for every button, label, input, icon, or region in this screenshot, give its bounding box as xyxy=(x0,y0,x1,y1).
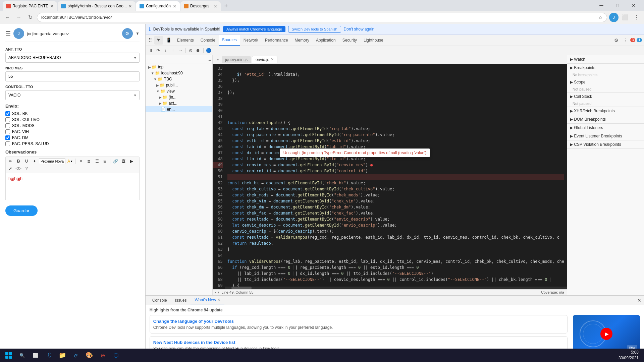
tab-memory[interactable]: Memory xyxy=(291,35,313,45)
editor-area[interactable]: hgjhgjh xyxy=(5,173,140,200)
tab-performance[interactable]: Performance xyxy=(262,35,291,45)
editor-image-btn[interactable]: 🖼 xyxy=(120,158,127,165)
notif-switch-btn[interactable]: Switch DevTools to Spanish xyxy=(288,26,341,33)
extensions-icon[interactable]: ⬜ xyxy=(621,13,630,22)
tab-security[interactable]: Security xyxy=(339,35,360,45)
tab-elements[interactable]: Elements xyxy=(174,35,197,45)
nav-forward[interactable]: → xyxy=(14,13,23,22)
profile-icon[interactable]: J xyxy=(609,13,619,22)
tree-item-act[interactable]: ▶ 📁 act... xyxy=(146,100,212,106)
editor-bold-btn[interactable]: B xyxy=(15,158,22,165)
new-tab-button[interactable]: + xyxy=(221,1,231,11)
tree-item-in[interactable]: ▶ 📁 (in... xyxy=(146,94,212,100)
youtube-thumbnail[interactable]: ▶ new xyxy=(573,315,640,353)
tab-lighthouse[interactable]: Lighthouse xyxy=(360,35,387,45)
dt-step-btn[interactable]: → xyxy=(177,47,184,54)
tab-close-2[interactable]: ✕ xyxy=(128,4,132,9)
nro-mes-input[interactable] xyxy=(5,71,140,81)
control-tto-select[interactable]: VACIO xyxy=(5,90,140,100)
card-link-2[interactable]: New Nest Hub devices in the Device list xyxy=(153,340,564,345)
checkbox-sol-mods[interactable]: SOL. MODS xyxy=(5,123,140,128)
notif-dismiss-link[interactable]: Don't show again xyxy=(344,27,375,32)
dropdown-icon[interactable]: ▼ xyxy=(136,31,140,36)
event-listener-header[interactable]: ▶ Event Listener Breakpoints xyxy=(567,132,644,140)
editor-help-btn[interactable]: ? xyxy=(23,165,30,172)
browser-window-minimize[interactable]: ─ xyxy=(594,0,609,11)
ant-tto-select-wrapper[interactable]: ABANDONO RECUPERADO ▼ xyxy=(5,53,140,63)
dt-settings-icon[interactable]: ⚙ xyxy=(612,36,621,45)
global-header[interactable]: ▶ Global Listeners xyxy=(567,124,644,132)
editor-format-btn[interactable]: ✏ xyxy=(7,158,14,165)
tab-close-4[interactable]: ✕ xyxy=(214,4,217,9)
taskbar-paint-icon[interactable]: 🎨 xyxy=(83,349,95,361)
file-tree-collapse-icon[interactable]: ≡ xyxy=(208,57,211,62)
tab-application[interactable]: Application xyxy=(313,35,339,45)
devtools-device-icon[interactable]: 📱 xyxy=(164,36,173,45)
tab-close-3[interactable]: ✕ xyxy=(173,4,176,9)
tab-console[interactable]: Console xyxy=(197,35,219,45)
csp-header[interactable]: ▶ CSP Violation Breakpoints xyxy=(567,140,644,148)
tab-phpmyadmin[interactable]: phpMyAdmin - Buscar con Goo... ✕ xyxy=(58,1,136,11)
editor-table-btn[interactable]: ⊞ xyxy=(101,158,109,165)
bottom-tab-console[interactable]: Console xyxy=(148,297,171,304)
watch-header[interactable]: ▶ Watch xyxy=(567,55,644,63)
breakpoints-header[interactable]: ▶ Breakpoints xyxy=(567,64,644,72)
editor-color-btn[interactable]: A ▼ xyxy=(66,158,74,165)
close-whats-new[interactable]: ✕ xyxy=(217,298,220,302)
tree-item-top[interactable]: ▶ 📁 top xyxy=(146,64,212,70)
taskbar-vscode-icon[interactable]: ⬡ xyxy=(110,349,122,361)
dt-step-out-btn[interactable]: ↑ xyxy=(170,47,176,54)
guardar-button[interactable]: Guardar xyxy=(5,205,38,216)
dom-header[interactable]: ▶ DOM Breakpoints xyxy=(567,115,644,123)
dt-deactivate-btn[interactable]: ⊘ xyxy=(187,47,194,54)
bottom-tab-issues[interactable]: Issues xyxy=(171,297,191,304)
control-tto-select-wrapper[interactable]: VACIO ▼ xyxy=(5,90,140,100)
dt-step-into-btn[interactable]: ↓ xyxy=(162,47,169,54)
dt-pause-exceptions-btn[interactable]: ⏺ xyxy=(195,47,202,54)
tab-registro-paciente[interactable]: Registro PACIENTE ✕ xyxy=(3,1,57,11)
hamburger-icon[interactable]: ☰ xyxy=(5,30,11,37)
nav-back[interactable]: ← xyxy=(3,13,12,22)
xhr-header[interactable]: ▶ XHR/fetch Breakpoints xyxy=(567,107,644,115)
h-scrollbar[interactable] xyxy=(225,287,567,289)
tab-close-1[interactable]: ✕ xyxy=(50,4,54,9)
dt-step-over-btn[interactable]: ↷ xyxy=(155,47,162,54)
editor-align-btn[interactable]: ☰ xyxy=(93,158,101,165)
tab-network[interactable]: Network xyxy=(240,35,262,45)
code-text[interactable]: $( '#tto_id' ).html(data); }); }); funct… xyxy=(225,64,567,289)
user-settings-icon[interactable]: ⚙ xyxy=(122,28,133,39)
editor-link-btn[interactable]: 🔗 xyxy=(112,158,119,165)
task-view-btn[interactable]: ⬜ xyxy=(30,349,42,361)
file-tree-more-icon[interactable]: ⋯ xyxy=(147,57,151,62)
editor-underline-btn[interactable]: U xyxy=(23,158,30,165)
taskbar-chrome-icon[interactable]: ⊕ xyxy=(97,349,109,361)
tab-sources[interactable]: Sources xyxy=(219,35,240,46)
address-bar[interactable]: localhost:90/TBC/view/ControlEnvio/ ☆ xyxy=(37,13,607,22)
tab-configuracion[interactable]: Configuración ✕ xyxy=(136,1,180,11)
bottom-tab-whats-new[interactable]: What's New ✕ xyxy=(191,296,224,304)
close-tab-envio[interactable]: ✕ xyxy=(271,57,274,62)
editor-code-btn[interactable]: </> xyxy=(15,165,22,172)
taskbar-folder-icon[interactable]: 📁 xyxy=(56,349,68,361)
notif-match-btn[interactable]: Always match Chrome's language xyxy=(223,26,285,32)
checkbox-fac-dm[interactable]: FAC. DM xyxy=(5,135,140,140)
checkbox-fac-pers-salud[interactable]: FAC. PERS. SALUD xyxy=(5,141,140,146)
editor-font-selector[interactable]: Proxima Nova xyxy=(39,158,65,164)
editor-list-ol-btn[interactable]: ≣ xyxy=(85,158,93,165)
editor-list-ul-btn[interactable]: ≡ xyxy=(77,158,85,165)
checkbox-fac-vih[interactable]: FAC. VIH xyxy=(5,129,140,134)
devtools-inspect-icon[interactable] xyxy=(154,36,163,45)
bookmark-icon[interactable]: ☆ xyxy=(598,15,603,20)
dt-thread-btn[interactable]: 🔵 xyxy=(205,47,212,54)
dt-focus-icon[interactable]: ⋮ xyxy=(621,36,630,45)
tree-item-view[interactable]: ▼ 📁 view xyxy=(146,88,212,94)
tree-item-localhost[interactable]: ▼ 📁 localhost:90 xyxy=(146,70,212,76)
nav-refresh[interactable]: ↻ xyxy=(25,13,35,22)
card-link-1[interactable]: Change the language of your DevTools xyxy=(153,319,564,324)
browser-window-close[interactable]: ✕ xyxy=(626,0,641,11)
search-taskbar[interactable]: 🔍 xyxy=(16,349,28,361)
tree-item-publi[interactable]: ▶ 📁 publi... xyxy=(146,82,212,88)
browser-window-maximize[interactable]: □ xyxy=(610,0,625,11)
editor-media-btn[interactable]: ▶ xyxy=(128,158,135,165)
menu-icon[interactable]: ⋮ xyxy=(632,13,641,22)
